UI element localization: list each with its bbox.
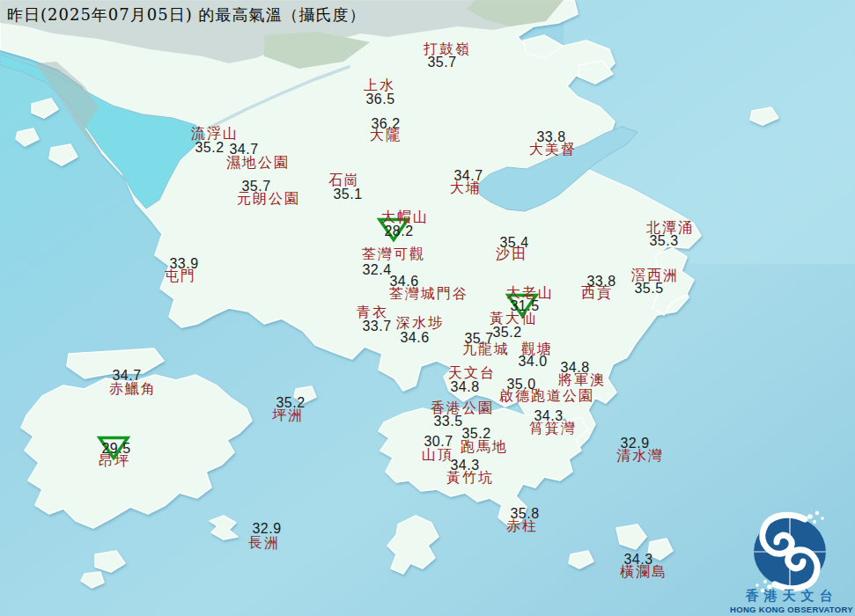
station-name-label: 坪洲 — [272, 408, 304, 422]
station-name-label: 天文台 — [448, 366, 496, 380]
station-value-label: 33.7 — [362, 319, 391, 334]
hko-logo-chinese-name: 香港天文台 — [745, 588, 838, 604]
station-value-label: 33.9 — [169, 257, 198, 271]
station-value-label: 36.2 — [371, 117, 400, 131]
station-value-label: 34.8 — [560, 361, 589, 375]
station-value-label: 35.2 — [276, 396, 305, 410]
station-value-label: 35.8 — [510, 507, 539, 521]
station-name-label: 石崗 — [328, 173, 360, 187]
station-value-label: 33.8 — [586, 275, 615, 289]
station-name-label: 赤柱 — [506, 519, 538, 533]
station-value-label: 35.4 — [499, 236, 528, 250]
station-name-label: 青衣 — [357, 305, 388, 319]
station-name-label: 橫瀾島 — [620, 565, 667, 579]
station-value-label: 28.2 — [384, 224, 413, 238]
station-value-label: 29.5 — [101, 442, 130, 456]
station-value-label: 35.2 — [492, 326, 521, 340]
station-name-label: 清水灣 — [616, 449, 664, 463]
station-name-label: 山頂 — [422, 448, 453, 462]
station-name-label: 長洲 — [248, 536, 280, 550]
hong-kong-map: 香港天文台 HONG KONG OBSERVATORY — [0, 0, 855, 616]
station-name-label: 赤鱲角 — [109, 382, 157, 396]
station-value-label: 30.7 — [424, 435, 453, 449]
station-name-label: 黃大仙 — [490, 312, 537, 326]
station-name-label: 屯門 — [165, 269, 196, 283]
station-value-label: 34.3 — [450, 458, 479, 473]
station-name-label: 大帽山 — [381, 210, 429, 224]
station-value-label: 34.0 — [518, 355, 547, 369]
station-value-label: 35.7 — [464, 332, 493, 346]
station-value-label: 35.5 — [634, 282, 663, 296]
station-value-label: 34.7 — [229, 143, 258, 157]
station-name-label: 大美督 — [529, 143, 577, 157]
station-value-label: 34.8 — [450, 380, 479, 394]
station-value-label: 35.7 — [427, 55, 456, 70]
station-value-label: 34.6 — [389, 275, 418, 289]
station-name-label: 濕地公園 — [226, 156, 290, 170]
station-name-label: 黃竹坑 — [446, 471, 494, 485]
station-name-label: 昂坪 — [99, 454, 130, 468]
station-name-label: 流浮山 — [191, 127, 239, 141]
station-name-label: 上水 — [364, 78, 395, 92]
station-name-label: 跑馬地 — [461, 440, 508, 454]
page-title: 昨日(2025年07月05日) 的最高氣溫（攝氏度） — [7, 4, 365, 26]
station-name-label: 荃灣城門谷 — [389, 287, 468, 301]
station-name-label: 元朗公園 — [237, 192, 300, 206]
station-value-label: 34.7 — [453, 169, 483, 183]
station-name-label: 將軍澳 — [558, 373, 606, 387]
station-value-label: 35.2 — [195, 141, 224, 155]
station-value-label: 34.6 — [400, 331, 429, 345]
station-name-label: 深水埗 — [396, 316, 444, 330]
station-name-label: 荃灣可觀 — [362, 247, 425, 261]
station-value-label: 35.0 — [506, 378, 535, 392]
station-value-label: 35.7 — [241, 180, 270, 194]
station-value-label: 35.2 — [461, 427, 490, 441]
station-value-label: 36.5 — [365, 92, 394, 106]
station-value-label: 34.3 — [623, 553, 652, 567]
station-name-label: 大埔 — [450, 181, 482, 195]
weather-map-page: 香港天文台 HONG KONG OBSERVATORY 昨日(2025年07月0… — [0, 0, 855, 616]
station-value-label: 33.8 — [536, 130, 565, 144]
station-value-label: 32.4 — [362, 263, 391, 277]
station-value-label: 32.9 — [620, 436, 649, 451]
station-value-label: 34.7 — [112, 369, 141, 383]
hko-logo-english-name: HONG KONG OBSERVATORY — [730, 605, 853, 614]
station-value-label: 35.3 — [649, 234, 678, 248]
station-value-label: 32.9 — [252, 522, 281, 536]
station-value-label: 34.3 — [534, 409, 563, 423]
station-value-label: 33.5 — [433, 414, 462, 429]
station-name-label: 筲箕灣 — [529, 422, 577, 436]
station-value-label: 35.1 — [333, 187, 362, 202]
